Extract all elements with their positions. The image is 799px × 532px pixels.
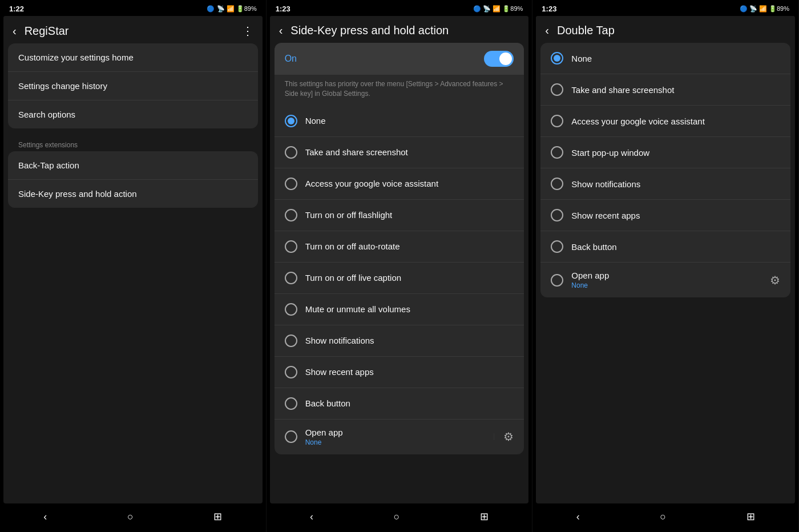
card-options-3: None Take and share screenshot Access yo… xyxy=(540,43,790,297)
option-label-google-2: Access your google voice assistant xyxy=(305,179,438,188)
option-label-autorotate-2: Turn on or off auto-rotate xyxy=(305,241,400,251)
radio-google-2 xyxy=(285,178,297,190)
nav-back-3[interactable]: ‹ xyxy=(565,509,591,525)
option-openapp-2[interactable]: Open app None ⚙ xyxy=(275,420,524,454)
nav-recent-2[interactable]: ⊞ xyxy=(469,508,500,525)
openapp-sub-3: None xyxy=(571,281,762,289)
nav-back-2[interactable]: ‹ xyxy=(298,509,325,525)
option-label-back-2: Back button xyxy=(305,398,350,408)
openapp-label-3: Open app xyxy=(571,271,762,280)
option-label-screenshot-2: Take and share screenshot xyxy=(305,147,408,157)
radio-livecaption-2 xyxy=(285,272,297,284)
option-back-3[interactable]: Back button xyxy=(540,231,790,263)
status-icons-2: 🔵 📡 📶 🔋89% xyxy=(473,5,523,13)
option-google-3[interactable]: Access your google voice assistant xyxy=(540,106,790,137)
radio-none-3 xyxy=(551,52,563,65)
nav-home-3[interactable]: ○ xyxy=(648,509,677,525)
option-notifications-3[interactable]: Show notifications xyxy=(540,168,790,200)
more-icon-1[interactable]: ⋮ xyxy=(242,24,253,38)
option-label-none-2: None xyxy=(305,116,326,126)
time-1: 1:22 xyxy=(9,5,24,13)
radio-popup-3 xyxy=(551,146,563,159)
option-autorotate-2[interactable]: Turn on or off auto-rotate xyxy=(275,231,524,263)
list-item-sidekey[interactable]: Side-Key press and hold action xyxy=(8,180,258,208)
nav-back-1[interactable]: ‹ xyxy=(32,509,58,525)
list-2: On This settings has priority over the m… xyxy=(270,43,529,503)
radio-notifications-3 xyxy=(551,178,563,190)
option-label-screenshot-3: Take and share screenshot xyxy=(571,85,674,95)
radio-screenshot-3 xyxy=(551,83,563,96)
item-label-customize: Customize your settings home xyxy=(18,53,134,62)
option-back-2[interactable]: Back button xyxy=(275,388,524,420)
screen-2: ‹ Side-Key press and hold action On This… xyxy=(270,16,529,503)
card-toggle: On This settings has priority over the m… xyxy=(275,43,524,454)
option-flashlight-2[interactable]: Turn on or off flashlight xyxy=(275,200,524,231)
radio-back-2 xyxy=(285,397,297,410)
gear-icon-3[interactable]: ⚙ xyxy=(770,273,780,287)
list-item-search[interactable]: Search options xyxy=(8,100,258,128)
top-bar-3: ‹ Double Tap xyxy=(536,16,795,43)
list-item-customize[interactable]: Customize your settings home xyxy=(8,43,258,72)
option-recentapps-2[interactable]: Show recent apps xyxy=(275,357,524,388)
nav-home-2[interactable]: ○ xyxy=(382,509,411,525)
option-openapp-3[interactable]: Open app None ⚙ xyxy=(540,263,790,297)
option-popup-3[interactable]: Start pop-up window xyxy=(540,137,790,168)
gear-icon-2[interactable]: ⚙ xyxy=(503,430,514,444)
title-1: RegiStar xyxy=(25,25,236,38)
option-screenshot-3[interactable]: Take and share screenshot xyxy=(540,74,790,106)
option-none-3[interactable]: None xyxy=(540,43,790,74)
option-google-2[interactable]: Access your google voice assistant xyxy=(275,168,524,200)
option-label-popup-3: Start pop-up window xyxy=(571,148,649,158)
option-recentapps-3[interactable]: Show recent apps xyxy=(540,200,790,231)
nav-home-1[interactable]: ○ xyxy=(116,509,145,525)
section-label-extensions: Settings extensions xyxy=(8,135,258,151)
top-bar-1: ‹ RegiStar ⋮ xyxy=(3,16,263,43)
back-button-2[interactable]: ‹ xyxy=(279,24,283,37)
bottom-nav-3: ‹ ○ ⊞ xyxy=(536,503,795,532)
openapp-label-2: Open app xyxy=(305,428,485,437)
list-item-history[interactable]: Settings change history xyxy=(8,72,258,100)
radio-openapp-2 xyxy=(285,430,297,443)
info-text: This settings has priority over the menu… xyxy=(275,75,524,106)
back-button-1[interactable]: ‹ xyxy=(13,25,17,38)
card-main-1: Customize your settings home Settings ch… xyxy=(8,43,258,128)
radio-back-3 xyxy=(551,240,563,253)
option-label-google-3: Access your google voice assistant xyxy=(571,116,704,126)
option-label-mute-2: Mute or unmute all volumes xyxy=(305,304,410,314)
item-label-history: Settings change history xyxy=(18,81,107,91)
item-label-backtap: Back-Tap action xyxy=(18,160,79,170)
bottom-nav-1: ‹ ○ ⊞ xyxy=(3,503,263,532)
title-3: Double Tap xyxy=(557,24,786,37)
item-label-sidekey: Side-Key press and hold action xyxy=(18,189,137,199)
radio-mute-2 xyxy=(285,303,297,316)
panel-doubletap: 1:23 🔵 📡 📶 🔋89% ‹ Double Tap None Take a… xyxy=(532,0,799,532)
status-icons-1: 🔵 📡 📶 🔋89% xyxy=(207,5,256,13)
option-none-2[interactable]: None xyxy=(275,106,524,137)
status-bar-2: 1:23 🔵 📡 📶 🔋89% xyxy=(267,0,532,16)
toggle-row: On xyxy=(275,43,524,75)
radio-autorotate-2 xyxy=(285,240,297,253)
option-label-notifications-2: Show notifications xyxy=(305,336,374,345)
back-button-3[interactable]: ‹ xyxy=(545,24,549,37)
toggle-switch[interactable] xyxy=(484,51,514,67)
option-label-back-3: Back button xyxy=(571,242,616,252)
option-livecaption-2[interactable]: Turn on or off live caption xyxy=(275,263,524,294)
option-notifications-2[interactable]: Show notifications xyxy=(275,325,524,357)
title-2: Side-Key press and hold action xyxy=(290,24,519,37)
openapp-text-3: Open app None xyxy=(571,271,762,289)
option-label-flashlight-2: Turn on or off flashlight xyxy=(305,210,393,220)
nav-recent-1[interactable]: ⊞ xyxy=(202,508,233,525)
list-item-backtap[interactable]: Back-Tap action xyxy=(8,151,258,180)
option-mute-2[interactable]: Mute or unmute all volumes xyxy=(275,294,524,325)
option-screenshot-2[interactable]: Take and share screenshot xyxy=(275,137,524,168)
option-label-livecaption-2: Turn on or off live caption xyxy=(305,273,401,283)
nav-recent-3[interactable]: ⊞ xyxy=(735,508,766,525)
radio-google-3 xyxy=(551,115,563,127)
openapp-sub-2: None xyxy=(305,438,485,446)
radio-flashlight-2 xyxy=(285,209,297,221)
card-extensions: Back-Tap action Side-Key press and hold … xyxy=(8,151,258,208)
radio-screenshot-2 xyxy=(285,146,297,159)
radio-recentapps-3 xyxy=(551,209,563,221)
item-label-search: Search options xyxy=(18,110,75,119)
option-label-recentapps-3: Show recent apps xyxy=(571,211,640,220)
